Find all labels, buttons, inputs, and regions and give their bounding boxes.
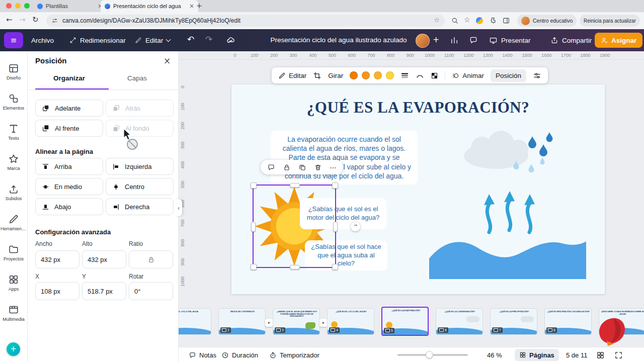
page-thumbnail-6[interactable]: ¿QUÉ ES LA CONDENSACIÓN?6 xyxy=(436,308,483,335)
page-thumbnail-4[interactable]: ¿QUÉ ES EL CICLO DEL AGUA?4 xyxy=(327,308,374,335)
sidebar-item-multimedia[interactable]: Multimedia xyxy=(0,298,27,328)
url-text[interactable]: canva.com/design/DAGw-xZaU38/DJMihkTy8Ep… xyxy=(62,15,240,27)
align-button-centro[interactable]: Centro xyxy=(106,178,174,195)
resize-handle-se[interactable] xyxy=(332,264,338,270)
add-member-button[interactable]: + xyxy=(433,36,439,44)
bookmark-star-icon[interactable]: ☆ xyxy=(434,17,440,23)
minimize-window-button[interactable] xyxy=(15,3,21,9)
maximize-window-button[interactable] xyxy=(24,3,30,9)
color-swatch-4[interactable] xyxy=(386,71,394,79)
resize-handle-sw[interactable] xyxy=(251,264,257,270)
arrange-button-adelante[interactable]: Adelante xyxy=(35,100,103,117)
color-swatch-1[interactable] xyxy=(350,71,358,79)
close-tab-icon[interactable]: × xyxy=(189,3,194,9)
sidebar-plus-button[interactable]: + xyxy=(7,342,20,356)
comment-icon[interactable] xyxy=(267,163,275,171)
undo-button[interactable]: ↶ xyxy=(187,35,194,44)
more-icon[interactable]: ⋯ xyxy=(330,164,337,171)
color-swatch-3[interactable] xyxy=(374,71,382,79)
resize-handle-s[interactable] xyxy=(290,265,300,269)
page-thumbnail-3[interactable]: ¿SABÍAS QUE EL AGUA QUE BEBES HOY PODRÍA… xyxy=(273,308,320,335)
align-button-abajo[interactable]: Abajo xyxy=(35,198,103,215)
resize-handle-nw[interactable] xyxy=(251,183,257,189)
sidebar-item-marca[interactable]: Marca xyxy=(0,147,27,177)
page-thumbnail-2[interactable]: ÍNDICE DE CONTENIDOS2 xyxy=(218,308,266,335)
notas-button[interactable]: Notas xyxy=(189,347,216,362)
grid-view-button[interactable] xyxy=(596,351,605,359)
reload-button[interactable]: ↻ xyxy=(32,16,39,24)
search-icon[interactable] xyxy=(451,17,459,25)
resize-handle-n[interactable] xyxy=(290,183,300,188)
resize-handle-w[interactable] xyxy=(251,222,256,232)
back-button[interactable]: ← xyxy=(6,16,13,24)
align-button-en-medio[interactable]: En medio xyxy=(35,178,103,195)
animar-button[interactable]: Animar xyxy=(452,72,484,79)
transparency-icon[interactable] xyxy=(431,72,438,79)
y-input[interactable] xyxy=(82,282,126,300)
lock-icon[interactable] xyxy=(283,163,291,171)
sidebar-item-texto[interactable]: Texto xyxy=(0,117,27,147)
user-avatar[interactable] xyxy=(416,34,430,48)
resize-handle-ne[interactable] xyxy=(332,183,338,189)
sidebar-item-dise-o[interactable]: Diseño xyxy=(0,56,27,86)
slide-title[interactable]: ¿QUÉ ES LA EVAPORACIÓN? xyxy=(231,99,605,117)
presentar-button[interactable]: Presentar xyxy=(489,29,531,51)
arrange-button-al-frente[interactable]: Al frente xyxy=(35,120,103,137)
extensions-puzzle-icon[interactable] xyxy=(489,17,497,25)
collapse-panel-button[interactable]: ‹ xyxy=(175,199,182,216)
redo-button[interactable]: ↷ xyxy=(205,35,212,44)
width-input[interactable] xyxy=(35,250,79,268)
site-info-icon[interactable] xyxy=(51,17,58,24)
sidebar-item-proyectos[interactable]: Proyectos xyxy=(0,237,27,267)
url-bar[interactable]: canva.com/design/DAGw-xZaU38/DJMihkTy8Ep… xyxy=(46,15,445,27)
duracion-button[interactable]: Duración xyxy=(221,347,258,362)
page-thumbnail-7[interactable]: ¿QUÉ ES LA PRECIPITACIÓN?7 xyxy=(490,308,537,335)
fullscreen-button[interactable] xyxy=(614,351,623,359)
color-swatch-2[interactable] xyxy=(362,71,370,79)
height-input[interactable] xyxy=(82,250,126,268)
sidebar-item-apps[interactable]: Apps xyxy=(0,267,27,298)
duplicate-icon[interactable] xyxy=(298,163,306,171)
page-thumbnail-5[interactable]: ¿QUÉ ES LA EVAPORACIÓN?5 xyxy=(381,307,429,336)
insights-chart-icon[interactable] xyxy=(450,36,459,45)
cloud-illustration[interactable] xyxy=(457,128,555,176)
girar-button[interactable]: Girar xyxy=(328,72,343,79)
side-panel-icon[interactable] xyxy=(502,17,510,25)
align-button-derecha[interactable]: Derecha xyxy=(106,198,174,215)
tab-capas[interactable]: Capas xyxy=(103,74,171,88)
zoom-slider-knob[interactable] xyxy=(426,351,433,358)
sidebar-item-elementos[interactable]: Elementos xyxy=(0,86,27,117)
temporizador-button[interactable]: Temporizador xyxy=(269,347,319,362)
close-window-button[interactable] xyxy=(6,3,12,9)
settings-sliders-icon[interactable] xyxy=(533,71,541,80)
page-thumbnail-8[interactable]: ¿QUÉ ES INFILTRACIÓN O ACUMULACIÓN?8 xyxy=(544,308,592,335)
stroke-lines-icon[interactable] xyxy=(400,71,409,80)
arc-icon[interactable] xyxy=(416,71,424,80)
sidebar-item-herramientas[interactable]: Herramientas xyxy=(0,207,27,237)
rotate-handle[interactable] xyxy=(351,222,360,231)
menu-archivo[interactable]: Archivo xyxy=(31,29,54,51)
edit-image-button[interactable]: Editar xyxy=(278,72,306,79)
asignar-button[interactable]: Asignar xyxy=(595,33,642,48)
zoom-value[interactable]: 46 % xyxy=(487,347,502,362)
posicion-button[interactable]: Posición xyxy=(491,69,526,82)
resize-handle-e[interactable] xyxy=(333,222,338,232)
slide-body-text[interactable]: La evaporación ocurre cuando el sol cali… xyxy=(271,131,418,185)
relaunch-to-update-button[interactable]: Reinicia para actualizar xyxy=(580,15,640,27)
star-icon[interactable]: ☆ xyxy=(464,16,470,23)
selection-box[interactable] xyxy=(253,185,336,268)
crop-icon[interactable] xyxy=(313,71,321,80)
compartir-button[interactable]: Compartir xyxy=(550,29,592,51)
x-input[interactable] xyxy=(35,282,79,300)
tab-plantillas[interactable]: Plantillas × xyxy=(33,0,107,12)
forward-button[interactable]: → xyxy=(19,16,26,24)
comments-icon[interactable] xyxy=(469,36,478,45)
transition-button[interactable]: ▸ xyxy=(319,319,328,327)
ratio-lock-button[interactable] xyxy=(129,250,173,268)
rotate-input[interactable] xyxy=(129,282,173,300)
arrange-button-atr-s[interactable]: Atrás xyxy=(106,100,174,117)
trash-icon[interactable] xyxy=(314,163,322,171)
document-title[interactable]: Presentación ciclo del agua ilustrado az… xyxy=(271,29,407,51)
align-button-izquierda[interactable]: Izquierda xyxy=(106,158,174,175)
tab-presentacion[interactable]: Presentación ciclo del agua × xyxy=(101,0,198,12)
